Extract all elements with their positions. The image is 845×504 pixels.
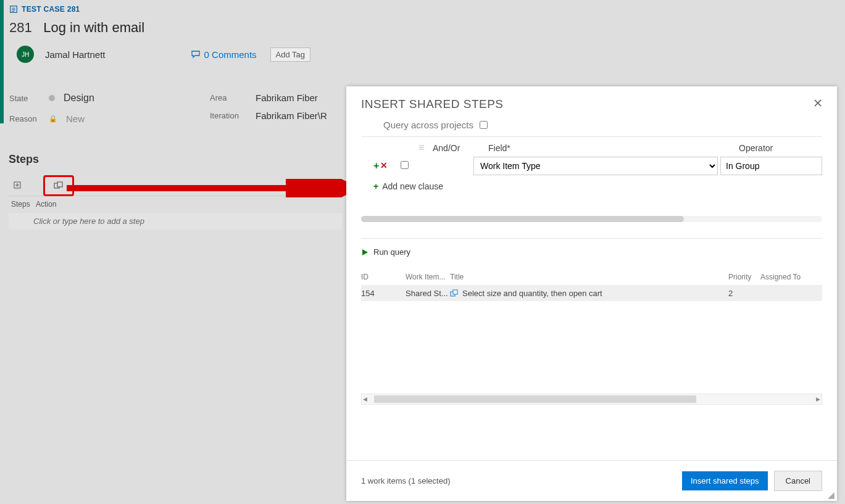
steps-placeholder-row[interactable]: Click or type here to add a step [9,213,342,229]
comments-count: 0 Comments [204,49,257,60]
owner-name[interactable]: Jamal Hartnett [45,49,106,60]
add-clause-label: Add new clause [382,181,443,191]
iteration-value[interactable]: Fabrikam Fiber\R [256,110,327,121]
result-row[interactable]: 154 Shared St... Select size and quantit… [361,286,822,301]
grip-placeholder [418,143,427,153]
remove-clause-icon[interactable]: ✕ [380,160,388,171]
test-case-icon [9,5,18,14]
col-id[interactable]: ID [361,273,406,281]
clause-checkbox[interactable] [401,161,409,169]
lock-icon: 🔒 [49,115,57,123]
steps-heading: Steps [9,153,342,166]
col-action: Action [36,200,339,209]
results-scrollbar[interactable]: ◀ ▶ [361,394,822,405]
insert-step-button[interactable] [11,178,25,192]
clause-scrollbar[interactable] [361,216,822,222]
state-dot-icon [49,95,55,101]
grip-icon [418,144,425,151]
insert-shared-steps-confirm-button[interactable]: Insert shared steps [682,471,768,490]
comments-link[interactable]: 0 Comments [191,49,257,60]
col-assigned[interactable]: Assigned To [760,273,822,281]
iteration-label: Iteration [210,111,247,120]
cancel-button[interactable]: Cancel [774,471,822,491]
reason-value[interactable]: New [66,114,85,124]
footer-status: 1 work items (1 selected) [361,476,682,485]
add-tag-button[interactable]: Add Tag [270,48,310,62]
header-andor: And/Or [433,143,482,153]
svg-rect-3 [57,182,62,187]
play-icon [361,249,368,256]
row-priority: 2 [728,289,760,298]
comment-icon [191,49,201,59]
work-item-type-text: TEST CASE 281 [22,5,80,14]
work-item-type-link[interactable]: TEST CASE 281 [9,5,310,14]
row-type: Shared St... [406,289,450,298]
steps-toolbar [9,175,342,196]
svg-rect-6 [453,290,457,294]
reason-label: Reason [9,114,40,123]
query-across-projects-label: Query across projects [383,120,473,130]
run-query-label: Run query [373,247,410,257]
shared-steps-icon [450,289,459,298]
add-clause-icon[interactable]: + [373,160,379,171]
insert-shared-steps-button[interactable] [52,179,65,192]
close-icon [814,99,822,107]
header-field: Field* [488,143,733,153]
col-steps: Steps [11,200,36,209]
clause-operator-input[interactable] [720,157,822,175]
header-operator: Operator [739,143,822,153]
clause-row: + ✕ Work Item Type [361,157,822,175]
dialog-title: INSERT SHARED STEPS [361,97,814,111]
scroll-right-icon[interactable]: ▶ [816,396,820,402]
col-priority[interactable]: Priority [728,273,760,281]
work-item-accent [0,0,4,123]
area-label: Area [210,93,247,102]
col-type[interactable]: Work Item... [406,273,450,281]
state-label: State [9,94,40,103]
work-item-id: 281 [9,20,32,36]
query-across-projects-checkbox[interactable] [480,121,488,129]
plus-icon: + [373,181,378,191]
clause-field-select[interactable]: Work Item Type [473,157,718,175]
state-value[interactable]: Design [64,93,94,104]
scroll-left-icon[interactable]: ◀ [363,396,367,402]
run-query-button[interactable]: Run query [361,238,822,257]
results-header: ID Work Item... Title Priority Assigned … [361,269,822,286]
close-button[interactable] [814,99,822,110]
highlighted-toolbar-button [43,175,74,196]
insert-shared-steps-dialog: INSERT SHARED STEPS Query across project… [346,86,837,501]
row-title: Select size and quantity, then open cart [462,289,602,298]
resize-grip-icon[interactable]: ◢ [828,490,835,500]
row-id: 154 [361,289,406,298]
work-item-title[interactable]: Log in with email [43,20,144,36]
add-new-clause-button[interactable]: + Add new clause [361,181,822,191]
col-title[interactable]: Title [450,273,728,281]
avatar[interactable]: JH [17,46,34,63]
area-value[interactable]: Fabrikam Fiber [256,93,318,103]
